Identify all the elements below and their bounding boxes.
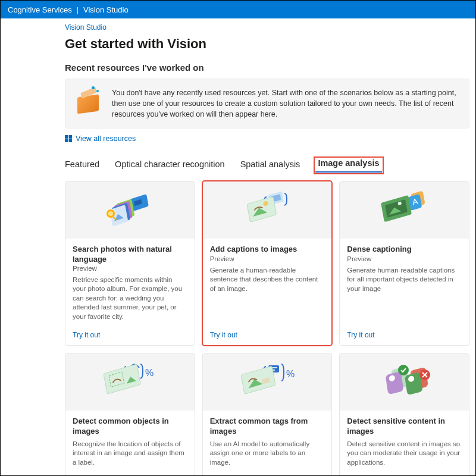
card-title: Search photos with natural language	[73, 245, 187, 264]
svg-rect-31	[241, 367, 275, 394]
tab-ocr[interactable]: Optical character recognition	[115, 159, 225, 173]
svg-point-8	[108, 211, 113, 216]
card-illustration: %	[65, 353, 195, 411]
view-all-label: View all resources	[76, 134, 136, 143]
card-title: Dense captioning	[347, 245, 462, 254]
content: Vision Studio Get started with Vision Re…	[65, 23, 469, 476]
card-detect-sensitive[interactable]: Detect sensitive content in images Detec…	[339, 353, 469, 476]
card-illustration: A	[340, 181, 469, 239]
card-title: Extract common tags from images	[210, 416, 325, 436]
card-desc: Generate a human-readable sentence that …	[210, 266, 325, 322]
open-box-icon	[75, 87, 102, 115]
preview-badge: Preview	[210, 255, 325, 262]
card-body: Extract common tags from images Use an A…	[203, 411, 332, 471]
breadcrumb[interactable]: Vision Studio	[65, 23, 469, 32]
tabs: Featured Optical character recognition S…	[65, 158, 469, 173]
card-illustration: %	[203, 353, 332, 411]
tab-spatial[interactable]: Spatial analysis	[240, 159, 300, 173]
preview-badge: Preview	[73, 265, 187, 272]
card-search-photos[interactable]: Search photos with natural language Prev…	[65, 181, 195, 346]
svg-rect-35	[385, 372, 403, 395]
card-dense-captioning[interactable]: A Dense captioning Preview	[339, 181, 469, 346]
recent-resources-box: You don't have any recently used resourc…	[65, 79, 469, 129]
tab-featured[interactable]: Featured	[65, 159, 99, 173]
tab-image-analysis[interactable]: Image analysis	[315, 158, 381, 173]
try-it-out-link[interactable]: Try it out	[65, 325, 195, 345]
card-body: Detect common objects in images Recogniz…	[65, 411, 195, 471]
try-it-out-link[interactable]: Try it out	[340, 325, 469, 345]
svg-text:%: %	[286, 369, 295, 379]
try-it-out-link[interactable]: Try it out	[340, 471, 469, 477]
card-detect-objects[interactable]: % Detect common objects in images	[65, 353, 195, 476]
card-illustration	[340, 353, 469, 411]
grid-icon	[65, 135, 72, 142]
svg-point-40	[398, 365, 409, 375]
card-desc: Detect sensitive content in images so yo…	[347, 440, 462, 468]
recent-heading: Recent resources I've worked on	[65, 62, 469, 73]
card-illustration	[203, 181, 332, 239]
recent-message: You don't have any recently used resourc…	[112, 87, 459, 120]
try-it-out-link[interactable]: Try it out	[203, 471, 332, 477]
product-label[interactable]: Vision Studio	[83, 5, 129, 14]
card-grid: Search photos with natural language Prev…	[65, 181, 469, 476]
try-it-out-link[interactable]: Try it out	[65, 471, 195, 477]
view-all-resources-link[interactable]: View all resources	[65, 134, 469, 143]
card-title: Add captions to images	[210, 245, 325, 254]
card-title: Detect common objects in images	[73, 416, 187, 436]
brand-label[interactable]: Cognitive Services	[8, 5, 72, 14]
card-desc: Retrieve specific moments within your ph…	[73, 275, 187, 322]
card-add-captions[interactable]: Add captions to images Preview Generate …	[202, 181, 333, 346]
svg-rect-24	[104, 364, 140, 394]
topbar-separator: |	[77, 5, 79, 14]
page: Vision Studio Get started with Vision Re…	[1, 18, 475, 476]
card-illustration	[65, 181, 195, 239]
top-bar: Cognitive Services | Vision Studio	[1, 1, 475, 18]
card-title: Detect sensitive content in images	[347, 416, 462, 436]
page-title: Get started with Vision	[65, 36, 469, 52]
svg-text:%: %	[145, 368, 154, 378]
card-extract-tags[interactable]: % Extract common tags from images	[202, 353, 333, 476]
app-frame: Cognitive Services | Vision Studio Visio…	[0, 0, 476, 476]
card-desc: Generate human-readable captions for all…	[347, 266, 462, 322]
card-body: Add captions to images Preview Generate …	[203, 239, 332, 325]
card-desc: Use an AI model to automatically assign …	[210, 440, 325, 468]
card-body: Search photos with natural language Prev…	[65, 239, 195, 325]
preview-badge: Preview	[347, 255, 462, 262]
card-desc: Recognize the location of objects of int…	[73, 440, 187, 468]
try-it-out-link[interactable]: Try it out	[203, 325, 332, 345]
card-body: Detect sensitive content in images Detec…	[340, 411, 469, 471]
card-body: Dense captioning Preview Generate human-…	[340, 239, 469, 325]
